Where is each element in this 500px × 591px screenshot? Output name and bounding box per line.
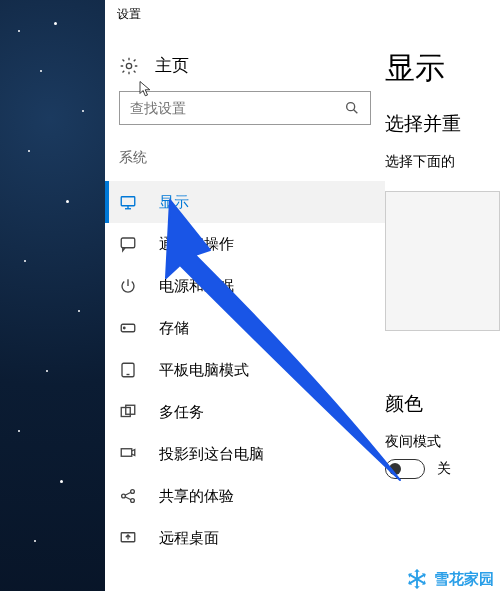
- storage-icon: [119, 319, 137, 337]
- sidebar-item-remote[interactable]: 远程桌面: [105, 517, 385, 559]
- sidebar-item-display[interactable]: 显示: [105, 181, 385, 223]
- sidebar-nav: 显示 通知和操作 电源和睡眠: [105, 181, 385, 559]
- svg-line-18: [125, 497, 131, 500]
- svg-line-2: [354, 110, 358, 114]
- sidebar-item-storage[interactable]: 存储: [105, 307, 385, 349]
- sidebar-item-tablet[interactable]: 平板电脑模式: [105, 349, 385, 391]
- home-label: 主页: [155, 54, 189, 77]
- sidebar-item-label: 电源和睡眠: [159, 277, 234, 296]
- search-field[interactable]: [130, 100, 344, 116]
- monitor-icon: [119, 193, 137, 211]
- multitask-icon: [119, 403, 137, 421]
- svg-line-17: [125, 492, 131, 495]
- sidebar-item-multitask[interactable]: 多任务: [105, 391, 385, 433]
- sidebar-item-project[interactable]: 投影到这台电脑: [105, 433, 385, 475]
- sidebar-item-notifications[interactable]: 通知和操作: [105, 223, 385, 265]
- svg-rect-3: [121, 197, 135, 206]
- sidebar-item-label: 平板电脑模式: [159, 361, 249, 380]
- svg-rect-13: [121, 449, 132, 457]
- search-input[interactable]: [119, 91, 371, 125]
- svg-rect-6: [121, 238, 135, 248]
- sidebar-item-label: 多任务: [159, 403, 204, 422]
- sidebar: 主页 系统: [105, 28, 385, 591]
- sidebar-item-label: 显示: [159, 193, 189, 212]
- sidebar-item-label: 投影到这台电脑: [159, 445, 264, 464]
- tablet-icon: [119, 361, 137, 379]
- sidebar-item-label: 共享的体验: [159, 487, 234, 506]
- sidebar-item-power[interactable]: 电源和睡眠: [105, 265, 385, 307]
- sidebar-item-label: 存储: [159, 319, 189, 338]
- project-icon: [119, 445, 137, 463]
- sidebar-item-shared[interactable]: 共享的体验: [105, 475, 385, 517]
- night-mode-toggle[interactable]: [385, 459, 425, 479]
- page-title: 显示: [385, 48, 500, 89]
- settings-window: 设置 主页: [105, 0, 500, 591]
- sidebar-item-label: 通知和操作: [159, 235, 234, 254]
- home-button[interactable]: 主页: [105, 48, 385, 91]
- night-mode-label: 夜间模式: [385, 433, 500, 451]
- power-icon: [119, 277, 137, 295]
- window-title: 设置: [117, 6, 141, 23]
- color-heading: 颜色: [385, 391, 500, 417]
- chat-icon: [119, 235, 137, 253]
- helper-text: 选择下面的: [385, 153, 500, 171]
- sidebar-group-label: 系统: [105, 147, 385, 181]
- svg-point-8: [124, 327, 126, 329]
- section-heading: 选择并重: [385, 111, 500, 137]
- svg-point-1: [347, 103, 355, 111]
- display-preview[interactable]: [385, 191, 500, 331]
- share-icon: [119, 487, 137, 505]
- gear-icon: [119, 56, 139, 76]
- svg-point-0: [126, 63, 131, 68]
- search-icon: [344, 100, 360, 116]
- sidebar-item-label: 远程桌面: [159, 529, 219, 548]
- window-titlebar[interactable]: 设置: [105, 0, 500, 28]
- main-panel: 显示 选择并重 选择下面的 颜色 夜间模式 关: [385, 28, 500, 591]
- remote-icon: [119, 529, 137, 547]
- night-mode-state: 关: [437, 460, 451, 476]
